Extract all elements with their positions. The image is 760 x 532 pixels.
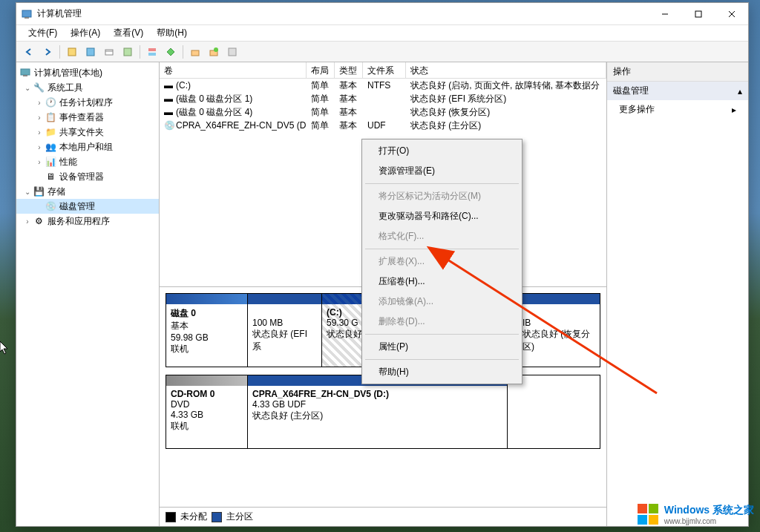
collapse-icon[interactable]: ⌄	[22, 84, 33, 92]
collapse-arrow-icon: ▴	[738, 86, 742, 96]
menubar: 文件(F) 操作(A) 查看(V) 帮助(H)	[16, 25, 748, 42]
tb-icon-8[interactable]	[206, 44, 222, 60]
svg-rect-12	[148, 53, 156, 56]
partition-efi[interactable]: 100 MB 状态良好 (EFI 系	[248, 294, 322, 367]
ctx-help[interactable]: 帮助(H)	[364, 362, 520, 382]
menu-action[interactable]: 操作(A)	[65, 25, 106, 41]
ctx-shrink[interactable]: 压缩卷(H)...	[364, 272, 520, 292]
ctx-change-drive[interactable]: 更改驱动器号和路径(C)...	[364, 206, 520, 226]
svg-point-15	[214, 47, 218, 52]
close-button[interactable]	[715, 3, 748, 24]
ctx-format: 格式化(F)...	[364, 226, 520, 246]
windows-logo-icon	[636, 502, 660, 526]
volume-row[interactable]: 💿CPRA_X64FRE_ZH-CN_DV5 (D:) 简单 基本 UDF 状态…	[160, 119, 606, 132]
col-type[interactable]: 类型	[335, 62, 363, 78]
volume-row[interactable]: ▬(C:) 简单 基本 NTFS 状态良好 (启动, 页面文件, 故障转储, 基…	[160, 79, 606, 92]
submenu-arrow-icon: ▸	[732, 105, 736, 115]
maximize-button[interactable]	[681, 3, 715, 24]
ctx-delete: 删除卷(D)...	[364, 312, 520, 332]
tb-icon-2[interactable]	[82, 44, 99, 60]
svg-rect-0	[22, 10, 31, 17]
ctx-explorer[interactable]: 资源管理器(E)	[364, 161, 520, 181]
expand-icon[interactable]: ›	[34, 128, 45, 137]
collapse-icon[interactable]: ⌄	[22, 188, 33, 196]
col-status[interactable]: 状态	[406, 62, 606, 78]
wrench-icon: 🔧	[33, 82, 45, 93]
partition-recovery[interactable]: IB 状态良好 (恢复分区)	[518, 294, 600, 367]
partition-empty[interactable]	[508, 375, 600, 448]
svg-rect-11	[148, 48, 156, 51]
tree-local-users[interactable]: › 👥 本地用户和组	[16, 139, 159, 154]
performance-icon: 📊	[45, 156, 56, 168]
back-button[interactable]	[21, 44, 37, 60]
expand-icon[interactable]: ›	[34, 114, 45, 122]
actions-more[interactable]: 更多操作 ▸	[607, 100, 748, 119]
users-icon: 👥	[45, 141, 56, 153]
tree-system-tools[interactable]: ⌄ 🔧 系统工具	[16, 80, 159, 95]
watermark-title: Windows 系统之家	[664, 504, 754, 517]
tree-storage[interactable]: ⌄ 💾 存储	[16, 184, 159, 199]
disk-icon: 💿	[45, 200, 56, 212]
svg-rect-1	[24, 17, 29, 19]
tb-icon-1[interactable]	[64, 44, 80, 60]
svg-rect-6	[68, 48, 76, 56]
clock-icon: 🕐	[45, 96, 56, 108]
context-menu: 打开(O) 资源管理器(E) 将分区标记为活动分区(M) 更改驱动器号和路径(C…	[361, 139, 522, 384]
storage-icon: 💾	[33, 185, 45, 197]
cdrom-label[interactable]: CD-ROM 0 DVD 4.33 GB 联机	[166, 375, 248, 448]
svg-rect-20	[638, 504, 647, 513]
col-filesystem[interactable]: 文件系统	[363, 62, 406, 78]
tree-event-viewer[interactable]: › 📋 事件查看器	[16, 110, 159, 125]
menu-file[interactable]: 文件(F)	[22, 25, 63, 41]
col-volume[interactable]: 卷	[160, 62, 307, 78]
tree-performance[interactable]: › 📊 性能	[16, 154, 159, 169]
svg-rect-18	[23, 75, 27, 76]
watermark-url: www.bjjmlv.com	[664, 517, 754, 525]
partition-dvd[interactable]: CPRA_X64FRE_ZH-CN_DV5 (D:) 4.33 GB UDF 状…	[248, 375, 508, 448]
expand-icon[interactable]: ›	[34, 158, 45, 166]
legend-primary-box	[212, 512, 222, 522]
services-icon: ⚙	[33, 215, 45, 227]
tb-icon-4[interactable]	[119, 44, 136, 60]
tree-task-scheduler[interactable]: › 🕐 任务计划程序	[16, 95, 159, 110]
tb-icon-6[interactable]	[163, 44, 179, 60]
volume-row[interactable]: ▬(磁盘 0 磁盘分区 1) 简单 基本 状态良好 (EFI 系统分区)	[160, 92, 606, 105]
volume-row[interactable]: ▬(磁盘 0 磁盘分区 4) 简单 基本 状态良好 (恢复分区)	[160, 105, 606, 119]
svg-rect-3	[695, 11, 701, 17]
tree-shared-folders[interactable]: › 📁 共享文件夹	[16, 125, 159, 139]
tb-icon-5[interactable]	[144, 44, 160, 60]
col-layout[interactable]: 布局	[307, 62, 335, 78]
disk-0-label[interactable]: 磁盘 0 基本 59.98 GB 联机	[166, 294, 248, 367]
expand-icon[interactable]: ›	[22, 217, 33, 226]
tree-root[interactable]: 计算机管理(本地)	[16, 65, 159, 80]
tree-services[interactable]: › ⚙ 服务和应用程序	[16, 214, 159, 229]
tb-icon-9[interactable]	[224, 44, 240, 60]
cursor-pointer	[0, 341, 12, 356]
volume-list-header: 卷 布局 类型 文件系统 状态	[160, 62, 606, 79]
svg-rect-21	[649, 504, 658, 513]
tb-icon-3[interactable]	[101, 44, 117, 60]
svg-rect-16	[229, 48, 236, 56]
minimize-button[interactable]	[648, 3, 681, 24]
ctx-properties[interactable]: 属性(P)	[364, 337, 520, 357]
ctx-add-mirror: 添加镜像(A)...	[364, 292, 520, 312]
menu-view[interactable]: 查看(V)	[108, 25, 149, 41]
menu-help[interactable]: 帮助(H)	[151, 25, 193, 41]
window-title: 计算机管理	[37, 7, 648, 20]
cdrom-row[interactable]: CD-ROM 0 DVD 4.33 GB 联机 CPRA_X64FRE_ZH-C…	[166, 375, 600, 449]
tb-icon-7[interactable]	[187, 44, 203, 60]
expand-icon[interactable]: ›	[34, 99, 45, 107]
actions-section[interactable]: 磁盘管理 ▴	[607, 82, 748, 100]
tree-device-manager[interactable]: 🖥 设备管理器	[16, 169, 159, 184]
tree-disk-management[interactable]: 💿 磁盘管理	[16, 199, 159, 214]
forward-button[interactable]	[39, 44, 56, 60]
svg-rect-22	[638, 515, 647, 525]
legend-unallocated-box	[166, 512, 176, 522]
expand-icon[interactable]: ›	[34, 143, 45, 151]
toolbar	[16, 42, 748, 62]
svg-rect-10	[124, 48, 131, 56]
ctx-open[interactable]: 打开(O)	[364, 141, 520, 161]
drive-icon: ▬	[164, 80, 174, 91]
svg-rect-23	[649, 515, 658, 525]
tree-panel[interactable]: 计算机管理(本地) ⌄ 🔧 系统工具 › 🕐 任务计划程序 › 📋 事件查看器	[16, 62, 160, 526]
